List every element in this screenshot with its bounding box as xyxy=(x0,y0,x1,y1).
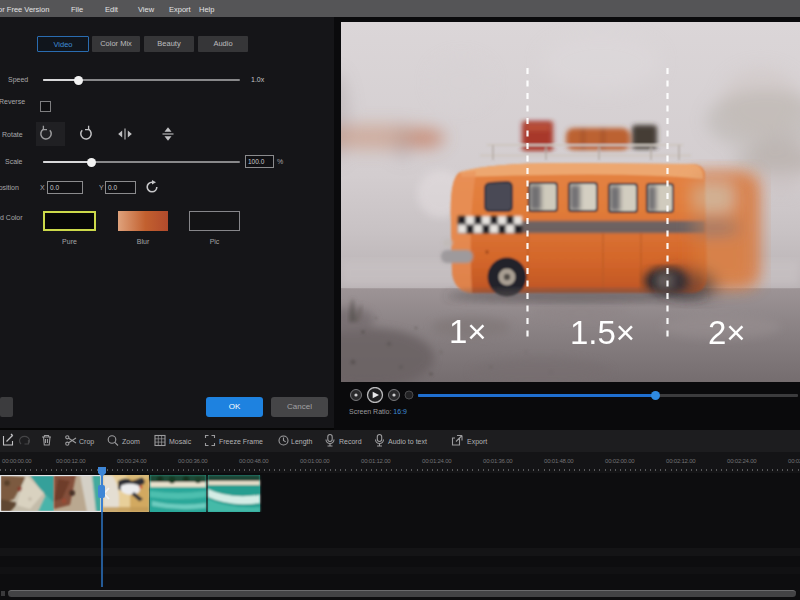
svg-text:1×: 1× xyxy=(449,313,487,350)
svg-text:2×: 2× xyxy=(708,314,746,351)
svg-text:1.5×: 1.5× xyxy=(570,314,635,351)
